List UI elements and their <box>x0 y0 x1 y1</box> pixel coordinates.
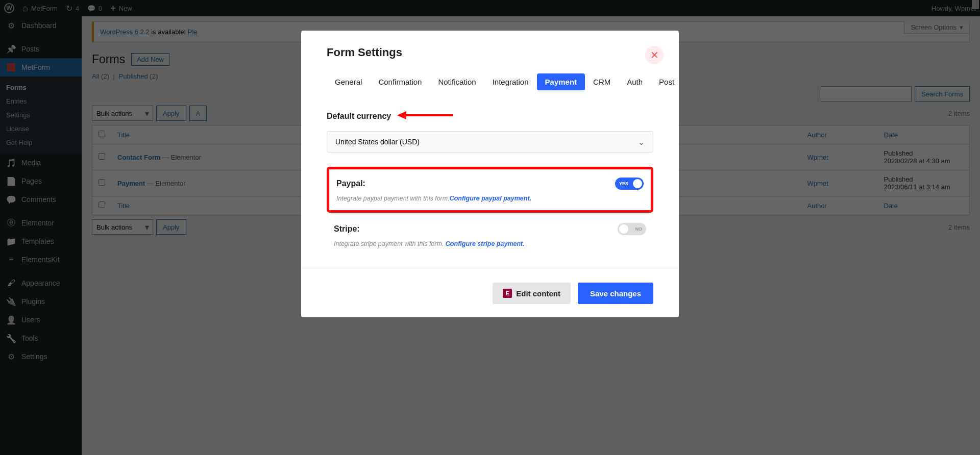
configure-paypal-link[interactable]: Configure paypal payment. <box>450 195 531 202</box>
svg-marker-1 <box>397 111 406 119</box>
currency-select[interactable]: United States dollar (USD) <box>327 131 653 153</box>
paypal-label: Paypal: <box>336 179 365 188</box>
form-settings-modal: ✕ Form Settings General Confirmation Not… <box>301 31 679 317</box>
save-changes-button[interactable]: Save changes <box>578 283 653 304</box>
currency-label: Default currency <box>327 109 653 124</box>
paypal-toggle[interactable]: YES <box>615 178 644 190</box>
modal-overlay: ✕ Form Settings General Confirmation Not… <box>0 0 980 455</box>
stripe-label: Stripe: <box>334 224 360 234</box>
arrow-annotation <box>397 109 453 124</box>
paypal-description: Integrate paypal payment with this form.… <box>336 195 644 202</box>
tab-general[interactable]: General <box>327 73 370 90</box>
tab-auth[interactable]: Auth <box>619 73 651 90</box>
tab-confirmation[interactable]: Confirmation <box>370 73 430 90</box>
modal-title: Form Settings <box>327 46 653 59</box>
stripe-toggle[interactable]: NO <box>618 223 646 235</box>
close-icon: ✕ <box>650 49 659 61</box>
modal-tabs: General Confirmation Notification Integr… <box>327 73 653 90</box>
tab-integration[interactable]: Integration <box>484 73 537 90</box>
tab-payment[interactable]: Payment <box>537 73 585 90</box>
stripe-description: Integrate stripe payment with this form.… <box>334 240 646 247</box>
edit-content-button[interactable]: EEdit content <box>493 283 571 304</box>
tab-notification[interactable]: Notification <box>430 73 484 90</box>
tab-crm[interactable]: CRM <box>585 73 619 90</box>
paypal-highlight-box: Paypal: YES Integrate paypal payment wit… <box>327 167 653 213</box>
configure-stripe-link[interactable]: Configure stripe payment. <box>446 240 525 247</box>
tab-post[interactable]: Post <box>651 73 682 90</box>
elementor-badge-icon: E <box>503 289 512 298</box>
close-button[interactable]: ✕ <box>645 46 664 64</box>
